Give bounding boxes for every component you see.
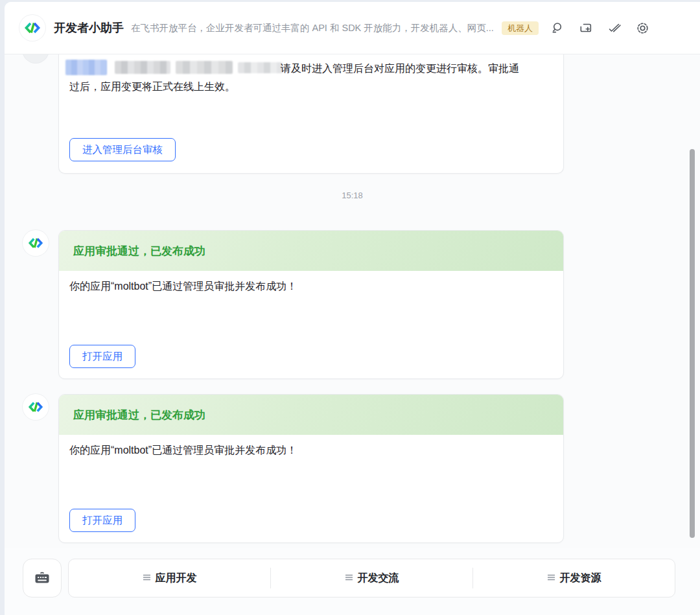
message-card-pending-review: 请及时进入管理后台对应用的变更进行审核。审批通 过后，应用变更将正式在线上生效。…: [58, 54, 564, 174]
app-title: 开发者小助手: [54, 20, 124, 36]
card-header-title: 应用审批通过，已发布成功: [73, 244, 205, 259]
redacted-block: [238, 62, 283, 73]
quick-menu-bar: 应用开发 开发交流 开发资源: [68, 559, 675, 598]
keyboard-icon: [32, 568, 52, 588]
menu-item-app-dev[interactable]: 应用开发: [69, 559, 270, 597]
message-text: 过后，应用变更将正式在线上生效。: [69, 78, 235, 96]
code-logo-icon: [24, 19, 41, 36]
admin-review-button[interactable]: 进入管理后台审核: [69, 138, 176, 161]
timestamp: 15:18: [5, 191, 700, 200]
open-app-button[interactable]: 打开应用: [69, 509, 135, 532]
settings-icon[interactable]: [636, 21, 650, 35]
code-logo-icon: [28, 235, 43, 251]
header-actions: [550, 21, 650, 35]
chat-area: 请及时进入管理后台对应用的变更进行审核。审批通 过后，应用变更将正式在线上生效。…: [5, 54, 700, 548]
card-body-text: 你的应用“moltbot”已通过管理员审批并发布成功！: [69, 280, 297, 294]
bot-badge: 机器人: [502, 21, 539, 35]
card-header-title: 应用审批通过，已发布成功: [73, 408, 205, 423]
menu-icon: [547, 572, 555, 584]
search-icon[interactable]: [550, 21, 565, 35]
page: { "header": { "app_title": "开发者小助手", "ap…: [0, 0, 700, 615]
menu-icon: [143, 572, 151, 584]
app-description: 在飞书开放平台，企业开发者可通过丰富的 API 和 SDK 开放能力，开发机器人…: [131, 22, 494, 34]
add-chat-icon[interactable]: [579, 21, 593, 35]
menu-icon: [345, 572, 353, 584]
mark-read-icon[interactable]: [607, 21, 622, 35]
bot-avatar[interactable]: [23, 394, 49, 420]
scrollbar-thumb[interactable]: [690, 149, 695, 538]
menu-item-label: 开发资源: [560, 572, 601, 585]
chat-header: 开发者小助手 在飞书开放平台，企业开发者可通过丰富的 API 和 SDK 开放能…: [5, 2, 700, 54]
redacted-block: [65, 60, 107, 75]
message-text: 请及时进入管理后台对应用的变更进行审核。审批通: [281, 60, 519, 78]
card-header: 应用审批通过，已发布成功: [59, 395, 563, 435]
menu-item-dev-exchange[interactable]: 开发交流: [271, 559, 472, 597]
message-card-approved: 应用审批通过，已发布成功 你的应用“moltbot”已通过管理员审批并发布成功！…: [58, 230, 564, 379]
open-app-button[interactable]: 打开应用: [69, 345, 135, 368]
menu-item-dev-resources[interactable]: 开发资源: [473, 559, 675, 597]
menu-item-label: 应用开发: [156, 572, 197, 585]
code-logo-icon: [28, 399, 43, 415]
keyboard-toggle-button[interactable]: [23, 559, 62, 598]
app-logo: [19, 15, 45, 41]
card-body-text: 你的应用“moltbot”已通过管理员审批并发布成功！: [69, 444, 297, 458]
redacted-block: [176, 61, 233, 74]
bot-avatar[interactable]: [23, 230, 49, 256]
message-card-approved: 应用审批通过，已发布成功 你的应用“moltbot”已通过管理员审批并发布成功！…: [58, 394, 564, 543]
card-header: 应用审批通过，已发布成功: [59, 231, 563, 271]
redacted-block: [115, 61, 170, 74]
toolbar: 应用开发 开发交流 开发资源: [5, 548, 700, 615]
menu-item-label: 开发交流: [358, 572, 399, 585]
bot-avatar[interactable]: [23, 54, 49, 63]
